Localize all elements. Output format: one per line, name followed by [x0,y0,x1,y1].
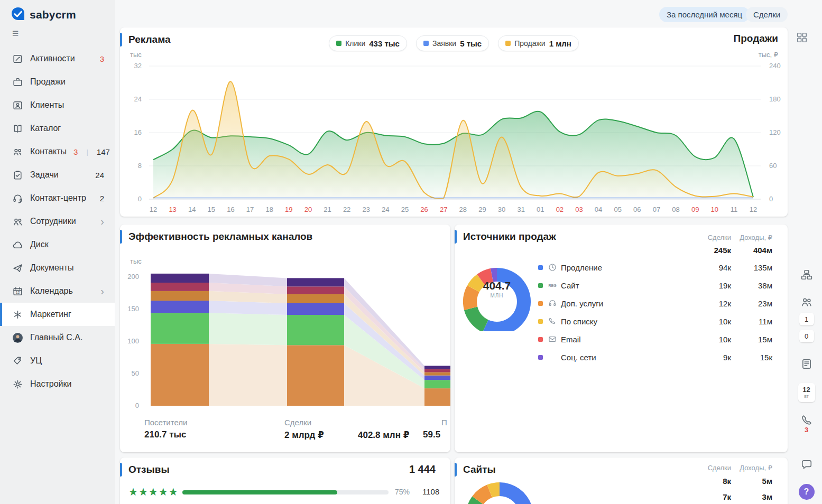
sidebar-item-clients[interactable]: Клиенты [0,94,115,117]
sidebar-item-marketing[interactable]: Маркетинг [0,303,115,326]
svg-text:0: 0 [138,195,142,203]
source-deals: 10к [719,317,731,326]
svg-text:8: 8 [138,162,142,170]
reviews-card-title: Отзывы [128,464,170,475]
star-rating-icons: ★★★★★ [128,486,179,498]
reviews-total: 1 444 [409,463,436,475]
sidebar-item-profile[interactable]: Главный С.А. [0,326,115,349]
svg-text:21: 21 [324,206,331,213]
calendar-widget[interactable]: 12 вт [798,383,815,402]
source-row[interactable]: Продление94к135м [538,258,777,276]
source-row[interactable]: По списку10к11м [538,312,777,330]
sidebar-item-label: Продажи [30,77,66,87]
svg-text:06: 06 [633,206,641,213]
sidebar-item-label: Активности [30,54,75,63]
chat-icon[interactable] [801,459,812,472]
settings-icon [12,378,23,390]
funnel-stage-value: 210.7 тыс [144,430,187,440]
source-row[interactable]: Соц. сети9к15к [538,348,777,366]
sidebar-item-label: Настройки [30,379,71,389]
counter-top[interactable]: 1 [799,313,814,325]
funnel-stage-label: Сделки [284,418,311,427]
svg-text:03: 03 [575,206,583,213]
uc-icon [12,355,23,367]
sidebar-item-label: Задачи [30,170,59,180]
site-deals-value: 8к [723,477,731,486]
employees-icon [12,216,23,227]
svg-text:05: 05 [614,206,621,213]
marketing-icon [12,309,23,320]
sidebar-item-calendar[interactable]: 12Календарь› [0,279,115,303]
svg-text:0: 0 [135,402,139,409]
sidebar-item-contacts[interactable]: Контакты3|147 [0,140,115,163]
svg-text:31: 31 [517,206,524,213]
sidebar-item-label: Сотрудники [30,217,76,226]
svg-text:0: 0 [769,195,773,203]
sidebar-item-disk[interactable]: Диск [0,233,115,256]
menu-toggle-icon[interactable]: ≡ [12,27,19,39]
source-income: 135м [754,263,772,272]
funnel-stage-value: 402.8 млн ₽ [358,430,409,441]
sites-deals-header: Сделки [708,464,731,472]
reviews-count: 1108 [422,487,439,496]
source-row[interactable]: Доп. услуги12к23м [538,294,777,312]
sidebar: sabycrm ≡ Активности3ПродажиКлиентыКатал… [0,0,115,504]
source-color-bullet [538,337,543,342]
sources-list: Продление94к135мREGСайт19к38мДоп. услуги… [538,258,777,366]
hierarchy-icon[interactable] [801,269,812,283]
help-button[interactable]: ? [799,484,815,500]
sidebar-item-settings[interactable]: Настройки [0,372,115,396]
legend-series-name: Продажи [514,39,545,48]
source-name: По списку [561,317,597,326]
ads-legend: Клики433 тысЗаявки5 тысПродажи1 млн [120,35,788,51]
funnel-stage-value: 2 млрд ₽ [284,430,324,441]
notes-icon[interactable] [801,358,812,372]
funnel-stage-label: П [441,418,447,427]
sidebar-item-contact-center[interactable]: Контакт-центр2 [0,186,115,210]
legend-series-value: 5 тыс [460,39,482,48]
reg-icon: REG [547,284,558,287]
sidebar-badge: 3 [100,54,104,63]
sites-income-header: Доходы, ₽ [740,464,772,472]
missed-calls-badge[interactable]: 3 [805,426,808,434]
sidebar-item-sales[interactable]: Продажи [0,70,115,94]
calendar-icon: 12 [12,285,23,297]
entity-filter-button[interactable]: Сделки [746,7,788,22]
sites-donut-chart [455,471,544,504]
legend-toggle-2[interactable]: Заявки5 тыс [416,35,489,51]
legend-toggle-3[interactable]: Продажи1 млн [498,35,579,51]
sites-card: Сайты Сделки Доходы, ₽ 8к5м7к3м [455,458,788,504]
source-name: Email [561,335,581,344]
svg-text:12: 12 [15,291,20,294]
legend-toggle-1[interactable]: Клики433 тыс [329,35,407,51]
period-filter-button[interactable]: За последний месяц [659,7,750,22]
svg-text:24: 24 [134,95,142,103]
funnel-stage-value: 59.5 [423,430,440,440]
source-row[interactable]: Email10к15м [538,330,777,348]
sidebar-item-tasks[interactable]: Задачи24 [0,163,115,186]
employees-panel-icon[interactable] [801,296,812,310]
counter-bottom[interactable]: 0 [799,330,814,342]
svg-text:08: 08 [672,206,679,213]
sidebar-item-documents[interactable]: Документы [0,256,115,279]
catalog-icon [12,123,23,134]
svg-text:09: 09 [691,206,699,213]
svg-text:100: 100 [127,337,139,345]
documents-icon [12,262,23,274]
sidebar-item-activities[interactable]: Активности3 [0,47,115,70]
phone-icon [547,317,558,325]
sidebar-item-employees[interactable]: Сотрудники› [0,210,115,233]
funnel-card-title: Эффективность рекламных каналов [128,231,312,242]
source-income: 11м [759,317,772,326]
svg-text:32: 32 [134,62,142,70]
svg-text:200: 200 [127,273,139,281]
reviews-percent: 75% [395,488,410,496]
saby-logo[interactable]: sabycrm [11,6,76,23]
funnel-axis-unit: тыс [130,257,142,265]
source-row[interactable]: REGСайт19к38м [538,276,777,294]
profile-icon [12,332,23,343]
sidebar-item-uc[interactable]: УЦ [0,349,115,372]
sidebar-item-catalog[interactable]: Каталог [0,117,115,140]
source-income: 15к [760,353,772,362]
funnel-stage-label: Посетители [144,418,187,427]
